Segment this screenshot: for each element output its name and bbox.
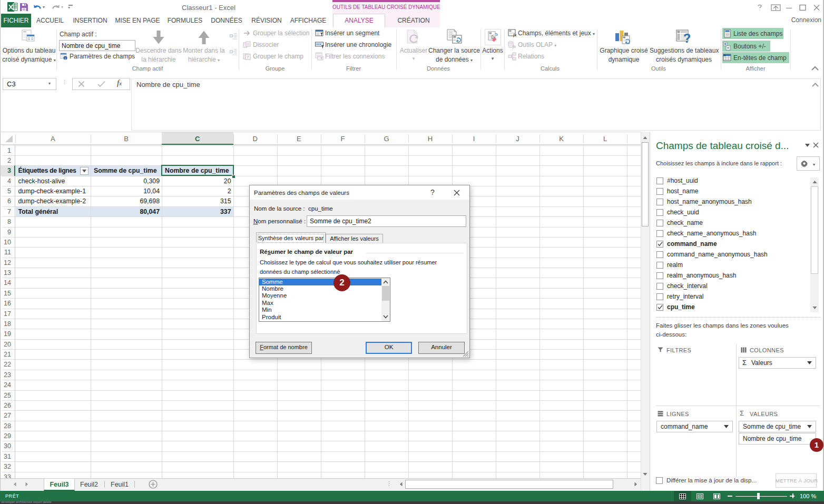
- svg-text:fx: fx: [513, 44, 516, 49]
- svg-text:i: i: [65, 56, 66, 60]
- svg-text:7: 7: [247, 55, 249, 60]
- svg-text:fx: fx: [513, 32, 517, 37]
- svg-text:?: ?: [683, 31, 691, 45]
